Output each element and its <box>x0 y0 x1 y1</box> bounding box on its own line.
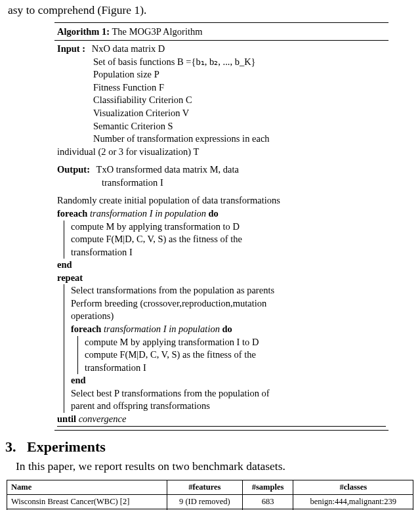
rep2a: Perform breeding (crossover,reproduction… <box>71 297 386 310</box>
th-classes: #classes <box>293 480 413 494</box>
section-heading: 3. Experiments <box>5 437 415 457</box>
algo-input-l2: Set of basis functions B ={b₁, b₂, ..., … <box>57 56 386 69</box>
do-kw-2: do <box>222 324 232 334</box>
th-name: Name <box>7 480 167 494</box>
algo-output-l2: transformation I <box>57 177 386 190</box>
table-header-row: Name #features #samples #classes <box>7 480 413 494</box>
foreach-cond-1: transformation I in population <box>90 208 208 219</box>
algo-output-l1: TxO transformed data matrix M, data <box>93 163 239 177</box>
cell-name: Wisconsin Breast Cancer(WBC) [2] <box>7 494 167 509</box>
algo-input-l4: Fitness Function F <box>57 81 386 95</box>
foreach2-body2a: compute F(M|D, C, V, S) as the fitness o… <box>85 349 386 362</box>
cell-samples: 683 <box>242 494 293 509</box>
until-cond: convergence <box>79 414 127 424</box>
algo-input-l1: NxO data matrix D <box>88 43 165 56</box>
cell-classes: benign:444,malignant:239 <box>293 494 413 509</box>
algo-init: Randomly create initial population of da… <box>57 194 386 207</box>
algo-input-l5: Classifiability Criterion C <box>57 94 386 107</box>
rep2b: operations) <box>71 310 386 323</box>
th-samples: #samples <box>242 480 293 494</box>
foreach-kw-1: foreach <box>57 208 90 219</box>
end-kw-1: end <box>57 259 386 272</box>
table-row: Wisconsin Breast Cancer(WBC) [2] 9 (ID r… <box>7 494 413 509</box>
rep3b: parent and offspring transformations <box>71 400 386 413</box>
foreach2-body1: compute M by applying transformation I t… <box>85 336 386 349</box>
do-kw-1: do <box>209 208 219 219</box>
foreach-block-1: compute M by applying transformation to … <box>64 221 386 259</box>
repeat-block: Select transformations from the populati… <box>64 284 386 413</box>
section-title: Experiments <box>27 438 106 455</box>
algo-output-label: Output: <box>57 164 90 175</box>
section-number: 3. <box>5 438 16 455</box>
algo-bottom-rule <box>57 426 386 427</box>
algo-input-l7: Semantic Criterion S <box>57 120 386 133</box>
algo-input-l3: Population size P <box>57 68 386 81</box>
algorithm-caption: Algorithm 1: The MOG3P Algorithm <box>54 24 388 41</box>
rep3a: Select best P transformations from the p… <box>71 387 386 400</box>
algo-caption-text: The MOG3P Algorithm <box>110 26 202 37</box>
foreach1-body1: compute M by applying transformation to … <box>71 221 386 234</box>
top-text-fragment: asy to comprehend (Figure 1). <box>8 3 415 18</box>
foreach1-body2a: compute F(M|D, C, V, S) as the fitness o… <box>71 233 386 246</box>
foreach-kw-2: foreach <box>71 324 104 334</box>
algo-input-label: Input : <box>57 43 85 54</box>
algo-input-l6: Visualization Criterion V <box>57 107 386 120</box>
algorithm-body: Input : NxO data matrix D Set of basis f… <box>54 41 388 428</box>
body-paragraph: In this paper, we report results on two … <box>16 459 415 475</box>
end-kw-2: end <box>71 374 386 387</box>
until-kw: until <box>57 414 79 424</box>
algo-input-l8b: individual (2 or 3 for visualization) T <box>57 146 386 159</box>
algorithm-box: Algorithm 1: The MOG3P Algorithm Input :… <box>54 22 388 431</box>
foreach-block-2: compute M by applying transformation I t… <box>77 336 386 375</box>
foreach2-body2b: transformation I <box>85 362 386 375</box>
rep1: Select transformations from the populati… <box>71 284 386 297</box>
cell-features: 9 (ID removed) <box>167 494 243 509</box>
datasets-table: Name #features #samples #classes Wiscons… <box>7 480 413 510</box>
th-features: #features <box>167 480 243 494</box>
algo-input-l8: Number of transformation expressions in … <box>57 133 386 146</box>
foreach1-body2b: transformation I <box>71 246 386 259</box>
algo-caption-label: Algorithm 1: <box>57 26 110 37</box>
repeat-kw: repeat <box>57 272 386 285</box>
foreach-cond-2: transformation I in population <box>104 324 222 334</box>
